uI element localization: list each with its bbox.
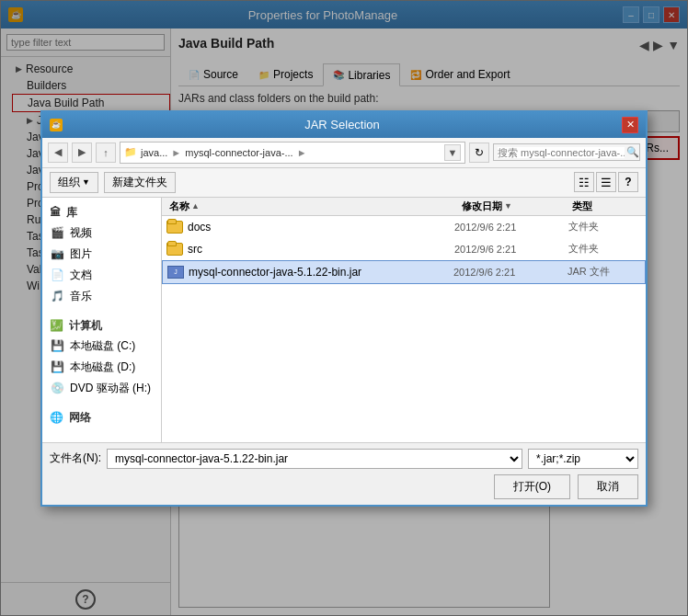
dialog-content: 🏛 库 🎬 视频 📷 图片 📄 文档 (42, 198, 646, 442)
library-section-header: 🏛 库 (42, 203, 161, 222)
filetype-select[interactable]: *.jar;*.zip (528, 449, 638, 469)
drive-d-icon: 💾 (50, 359, 64, 374)
network-section-header: 🌐 网络 (42, 408, 161, 428)
organize-button[interactable]: 组织 ▼ (50, 172, 98, 193)
col-type-header[interactable]: 类型 (568, 200, 642, 213)
dialog-title-bar: ☕ JAR Selection ✕ (42, 112, 646, 138)
organize-bar: 组织 ▼ 新建文件夹 ☷ ☰ ? (42, 168, 646, 198)
library-icon: 🏛 (50, 206, 61, 219)
search-input[interactable] (498, 147, 625, 158)
dvd-icon: 💿 (50, 381, 64, 395)
pictures-icon: 📷 (50, 246, 64, 261)
path-dropdown[interactable]: ▼ (444, 144, 461, 161)
forward-button[interactable]: ▶ (72, 143, 92, 163)
path-separator: ► (171, 147, 181, 158)
file-list-area: 名称 ▲ 修改日期 ▼ 类型 (162, 198, 646, 442)
sidebar-section-network: 🌐 网络 (42, 408, 161, 428)
computer-icon: 💹 (50, 319, 63, 332)
sort-arrow: ▲ (191, 201, 200, 211)
refresh-button[interactable]: ↻ (469, 143, 489, 163)
jar-file-icon: J (166, 263, 185, 281)
file-list-header: 名称 ▲ 修改日期 ▼ 类型 (162, 198, 646, 216)
detail-view-button[interactable]: ☰ (596, 172, 616, 192)
list-view-button[interactable]: ☷ (574, 172, 594, 192)
dialog-app-icon: ☕ (50, 119, 63, 131)
search-box: 🔍 (493, 143, 640, 161)
back-button[interactable]: ◀ (48, 143, 68, 163)
up-button[interactable]: ↑ (96, 143, 116, 163)
col-name-header[interactable]: 名称 ▲ (166, 200, 458, 213)
path-separator2: ► (297, 147, 307, 158)
src-folder-icon (166, 240, 184, 258)
sidebar-item-dvd[interactable]: 💿 DVD 驱动器 (H:) (42, 378, 161, 399)
sidebar-section-library: 🏛 库 🎬 视频 📷 图片 📄 文档 (42, 203, 161, 307)
filename-select[interactable]: mysql-connector-java-5.1.22-bin.jar (107, 449, 522, 469)
search-icon: 🔍 (626, 146, 639, 158)
file-list: docs 2012/9/6 2:21 文件夹 src 2012/9/6 2:21… (162, 216, 646, 442)
help-button[interactable]: ? (618, 172, 638, 192)
sidebar-item-drive-c[interactable]: 💾 本地磁盘 (C:) (42, 336, 161, 357)
video-icon: 🎬 (50, 225, 64, 240)
sidebar-item-documents[interactable]: 📄 文档 (42, 265, 161, 286)
file-row-docs[interactable]: docs 2012/9/6 2:21 文件夹 (162, 216, 646, 238)
dialog-buttons: 打开(O) 取消 (50, 474, 638, 499)
dialog-bottom: 文件名(N): mysql-connector-java-5.1.22-bin.… (42, 442, 646, 505)
filename-row: 文件名(N): mysql-connector-java-5.1.22-bin.… (50, 449, 638, 469)
path-part1: java... (141, 147, 167, 158)
sidebar-item-drive-d[interactable]: 💾 本地磁盘 (D:) (42, 357, 161, 378)
cancel-button[interactable]: 取消 (578, 474, 638, 499)
sidebar-item-video[interactable]: 🎬 视频 (42, 222, 161, 244)
computer-section-header: 💹 计算机 (42, 316, 161, 336)
dialog-overlay: ☕ JAR Selection ✕ ◀ ▶ ↑ 📁 java... ► mysq… (0, 0, 688, 616)
path-display: 📁 java... ► mysql-connector-java-... ► ▼ (120, 142, 465, 164)
path-folder-icon: 📁 (124, 146, 137, 158)
file-row-src[interactable]: src 2012/9/6 2:21 文件夹 (162, 238, 646, 260)
sidebar-section-computer: 💹 计算机 💾 本地磁盘 (C:) 💾 本地磁盘 (D:) 💿 DVD 驱动器 … (42, 316, 161, 399)
view-buttons: ☷ ☰ ? (574, 172, 638, 192)
sidebar-item-music[interactable]: 🎵 音乐 (42, 286, 161, 307)
drive-c-icon: 💾 (50, 338, 64, 353)
jar-selection-dialog: ☕ JAR Selection ✕ ◀ ▶ ↑ 📁 java... ► mysq… (40, 110, 648, 507)
path-part2: mysql-connector-java-... (185, 147, 292, 158)
dialog-sidebar: 🏛 库 🎬 视频 📷 图片 📄 文档 (42, 198, 162, 442)
sort-arrow-date: ▼ (504, 201, 512, 211)
dialog-close-button[interactable]: ✕ (622, 117, 638, 133)
sidebar-item-pictures[interactable]: 📷 图片 (42, 244, 161, 265)
new-folder-button[interactable]: 新建文件夹 (104, 172, 176, 193)
dialog-toolbar: ◀ ▶ ↑ 📁 java... ► mysql-connector-java-.… (42, 138, 646, 168)
file-row-jar[interactable]: J mysql-connector-java-5.1.22-bin.jar 20… (162, 260, 646, 284)
docs-folder-icon (166, 218, 184, 236)
col-date-header[interactable]: 修改日期 ▼ (458, 200, 568, 213)
filename-label: 文件名(N): (50, 451, 101, 466)
organize-dropdown-arrow: ▼ (82, 177, 90, 187)
open-button[interactable]: 打开(O) (494, 474, 570, 499)
music-icon: 🎵 (50, 289, 64, 303)
network-icon: 🌐 (50, 411, 63, 424)
dialog-title: JAR Selection (63, 118, 622, 131)
documents-icon: 📄 (50, 268, 64, 282)
